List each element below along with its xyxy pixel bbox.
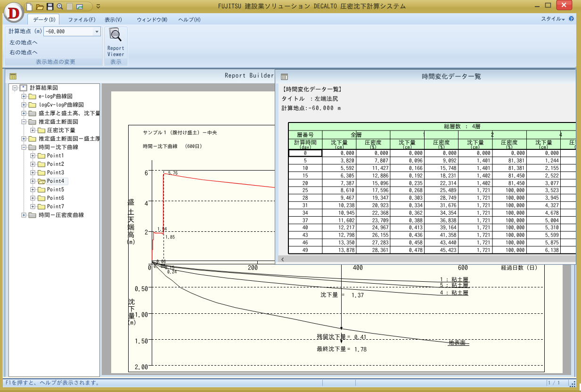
svg-text:?: ? <box>570 16 573 22</box>
